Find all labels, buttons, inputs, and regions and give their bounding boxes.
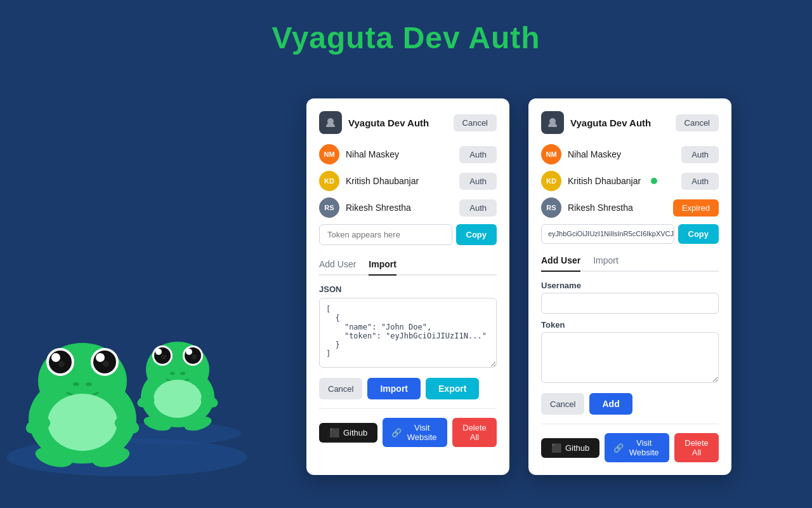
user-row-kd-right: KD Kritish Dhaubanjar Auth <box>541 171 719 191</box>
tabs-left: Add User Import <box>319 254 497 276</box>
svg-point-10 <box>73 382 79 386</box>
token-row-right: eyJhbGciOiJIUzI1NiIlsInR5cCI6IkpXVCJ9.ey… <box>541 224 719 244</box>
tab-add-user-left[interactable]: Add User <box>319 254 356 276</box>
left-cancel-button[interactable]: Cancel <box>454 114 497 131</box>
user-avatar-kd-right: KD <box>541 171 561 191</box>
right-card: Vyaguta Dev Auth Cancel NM Nihal Maskey … <box>528 98 731 475</box>
auth-button-nm-left[interactable]: Auth <box>459 146 497 163</box>
export-button[interactable]: Export <box>426 378 479 399</box>
app-avatar-left <box>319 111 342 134</box>
github-button-right[interactable]: ⬛ Github <box>541 438 599 458</box>
link-icon-left: 🔗 <box>391 428 402 438</box>
add-button[interactable]: Add <box>589 393 632 415</box>
tab-import-left[interactable]: Import <box>369 254 396 276</box>
page-title: Vyaguta Dev Auth <box>0 0 812 55</box>
import-button[interactable]: Import <box>367 378 421 399</box>
svg-point-22 <box>185 347 201 364</box>
svg-point-5 <box>93 351 116 373</box>
user-row-nm-right: NM Nihal Maskey Auth <box>541 144 719 164</box>
json-label: JSON <box>319 284 497 294</box>
user-name-rs-left: Rikesh Shrestha <box>346 203 411 213</box>
svg-point-13 <box>23 414 53 437</box>
app-avatar-right <box>541 111 564 134</box>
visit-button-left[interactable]: 🔗 Visit Website <box>383 418 447 447</box>
svg-point-32 <box>142 414 173 432</box>
auth-button-nm-right[interactable]: Auth <box>681 146 719 163</box>
svg-point-29 <box>154 380 202 418</box>
svg-point-2 <box>46 348 74 376</box>
svg-point-30 <box>136 393 156 410</box>
cards-container: Vyaguta Dev Auth Cancel NM Nihal Maskey … <box>306 98 731 475</box>
svg-point-1 <box>38 343 127 419</box>
svg-point-14 <box>112 414 141 437</box>
username-input[interactable] <box>541 293 719 314</box>
user-row-nm-left: NM Nihal Maskey Auth <box>319 144 497 164</box>
svg-point-19 <box>152 345 173 366</box>
action-row-left: Cancel Import Export <box>319 378 497 399</box>
svg-point-27 <box>170 372 175 375</box>
svg-point-4 <box>49 351 72 373</box>
token-textarea[interactable] <box>541 332 719 383</box>
svg-point-7 <box>96 353 105 362</box>
tabs-right: Add User Import <box>541 250 719 272</box>
svg-point-8 <box>58 361 65 367</box>
svg-point-6 <box>51 353 60 362</box>
copy-button-left[interactable]: Copy <box>456 224 497 245</box>
svg-point-31 <box>199 393 219 410</box>
svg-point-21 <box>154 347 171 364</box>
delete-all-button-left[interactable]: Delete All <box>452 418 497 447</box>
svg-point-24 <box>186 349 192 355</box>
footer-row-left: ⬛ Github 🔗 Visit Website Delete All <box>319 408 497 447</box>
import-cancel-button[interactable]: Cancel <box>319 378 362 399</box>
auth-button-rs-left[interactable]: Auth <box>459 199 497 217</box>
user-avatar-rs-left: RS <box>319 197 339 218</box>
token-display-right: eyJhbGciOiJIUzI1NiIlsInR5cCI6IkpXVCJ9.ey… <box>541 224 674 244</box>
user-name-kd-right: Kritish Dhaubanjar <box>568 176 641 186</box>
user-row-rs-right: RS Rikesh Shrestha Expired <box>541 197 719 218</box>
username-label: Username <box>541 281 719 290</box>
svg-point-9 <box>103 361 109 367</box>
auth-button-kd-right[interactable]: Auth <box>681 173 719 190</box>
tab-add-user-right[interactable]: Add User <box>541 250 580 272</box>
right-card-title: Vyaguta Dev Auth <box>570 117 651 128</box>
json-textarea[interactable]: [ { "name": "John Doe", "token": "eyJhbG… <box>319 298 497 368</box>
token-label: Token <box>541 320 719 330</box>
right-card-header: Vyaguta Dev Auth Cancel <box>541 111 719 134</box>
github-icon-left: ⬛ <box>329 428 339 438</box>
token-input-left[interactable] <box>319 224 452 245</box>
copy-button-right[interactable]: Copy <box>678 224 719 244</box>
user-name-nm-right: Nihal Maskey <box>568 149 621 159</box>
user-name-nm-left: Nihal Maskey <box>346 149 399 159</box>
user-avatar-kd-left: KD <box>319 171 339 191</box>
link-icon-right: 🔗 <box>613 443 624 453</box>
online-indicator-kd <box>651 178 657 184</box>
expired-button-rs[interactable]: Expired <box>673 199 719 217</box>
right-cancel-button[interactable]: Cancel <box>676 114 719 131</box>
github-button-left[interactable]: ⬛ Github <box>319 423 377 443</box>
svg-point-11 <box>86 382 92 386</box>
svg-point-23 <box>155 349 162 355</box>
footer-row-right: ⬛ Github 🔗 Visit Website Delete All <box>541 424 719 462</box>
visit-button-right[interactable]: 🔗 Visit Website <box>605 433 669 462</box>
svg-point-20 <box>183 345 203 366</box>
frog-illustration <box>0 0 304 508</box>
svg-point-15 <box>33 444 74 470</box>
add-cancel-button[interactable]: Cancel <box>541 393 584 415</box>
left-card-header: Vyaguta Dev Auth Cancel <box>319 111 497 134</box>
svg-point-17 <box>141 366 214 427</box>
github-icon-right: ⬛ <box>551 443 561 453</box>
svg-point-18 <box>146 342 209 398</box>
action-row-right: Cancel Add <box>541 393 719 415</box>
delete-all-button-right[interactable]: Delete All <box>674 433 719 462</box>
user-name-rs-right: Rikesh Shrestha <box>568 203 633 213</box>
auth-button-kd-left[interactable]: Auth <box>459 173 497 190</box>
svg-point-16 <box>90 444 131 470</box>
user-name-kd-left: Kritish Dhaubanjar <box>346 176 419 186</box>
user-avatar-nm-right: NM <box>541 144 561 164</box>
tab-import-right[interactable]: Import <box>593 250 619 272</box>
svg-point-28 <box>180 372 185 375</box>
user-avatar-rs-right: RS <box>541 197 561 218</box>
svg-point-12 <box>48 394 117 451</box>
left-card-title: Vyaguta Dev Auth <box>348 117 429 128</box>
left-card: Vyaguta Dev Auth Cancel NM Nihal Maskey … <box>306 98 509 475</box>
